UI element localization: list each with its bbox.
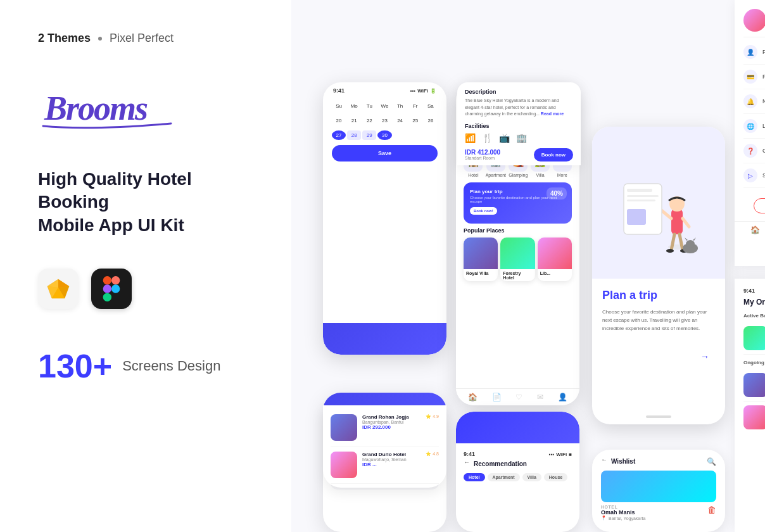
hotel2-rating: ⭐ 4.8 <box>426 452 439 478</box>
facilities-title: Facilities <box>465 123 573 129</box>
chip-hotel[interactable]: Hotel <box>464 473 485 481</box>
hotel-detail-card: Description The Blue Sky Hotel Yogyakart… <box>457 82 581 165</box>
profile-menu: 👤 Personal information 💳 Payment 🔔 Notif… <box>735 37 765 191</box>
tool-icons <box>38 269 253 309</box>
rec-header: ← Recommendation <box>464 459 572 469</box>
nav-home-icon[interactable]: 🏠 <box>468 393 477 402</box>
cal-d22: 22 <box>362 116 376 125</box>
cal-d20: 20 <box>332 116 346 125</box>
nav-search-icon[interactable]: 📄 <box>492 393 502 402</box>
chip-villa[interactable]: Villa <box>522 473 541 481</box>
phone-calendar: 9:41 ▪▪▪ WiFi 🔋 Su Mo Tu We Th Fr Sa 20 … <box>323 82 446 355</box>
phone-onboarding: Plan a trip Choose your favorite destina… <box>592 127 725 424</box>
hotel-desc-content: Description The Blue Sky Hotel Yogyakart… <box>457 82 581 165</box>
figma-tool-icon[interactable] <box>91 269 132 309</box>
dot-separator <box>98 37 102 41</box>
sketch-tool-icon[interactable] <box>38 269 79 309</box>
villa-booking-thumb <box>743 326 765 350</box>
left-panel: 2 Themes Pixel Perfect @import url("data… <box>0 0 291 532</box>
phone-recommendation: 9:41 ▪▪▪ WiFi ■ ← Recommendation Hotel A… <box>456 412 579 532</box>
help-icon: ❓ <box>743 144 757 158</box>
booking-item-villa[interactable]: HOTEL ID29101025 Rinjani Villa 📍 Sembalu… <box>743 322 765 355</box>
cal-hdr-su: Su <box>332 101 346 111</box>
themes-label: 2 Themes <box>38 32 91 45</box>
chip-house[interactable]: House <box>544 473 567 481</box>
room-type: Standart Room <box>465 156 500 160</box>
svg-point-19 <box>666 249 674 253</box>
wishlist-loc-text: Bantul, Yogyakarta <box>609 516 645 521</box>
lang-icon: 🌐 <box>743 119 757 133</box>
building-icon: 🏢 <box>516 133 527 143</box>
cat-villa-label: Villa <box>536 173 544 177</box>
book-now-btn[interactable]: Book now <box>534 148 573 162</box>
onboard-title: Plan a trip <box>602 289 715 302</box>
calendar-header: Su Mo Tu We Th Fr Sa <box>332 101 438 111</box>
battery-icon: 🔋 <box>430 88 436 94</box>
place-lib[interactable]: Lib... <box>538 238 572 281</box>
menu-help[interactable]: ❓ Get Help <box>743 139 765 163</box>
wishlist-header: ← Wishlist 🔍 <box>601 456 716 467</box>
cat-glamping-label: Glamping <box>509 173 528 177</box>
wifi-icon: WiFi <box>417 88 428 94</box>
cal-hdr-mo: Mo <box>347 101 361 111</box>
cat-more-label: More <box>557 173 567 177</box>
nav-heart-icon[interactable]: ♡ <box>515 393 522 402</box>
logo-area: @import url("data:text/css,"); Brooms <box>38 83 253 136</box>
menu-feedback[interactable]: ▷ Send us feedback <box>743 163 765 188</box>
feedback-icon: ▷ <box>743 168 757 182</box>
profile-nav-home[interactable]: 🏠 <box>750 225 760 234</box>
wishlist-hotel-name: Omah Manis <box>601 509 645 516</box>
promo-book-btn[interactable]: Book now! <box>470 207 497 215</box>
cal-hdr-th: Th <box>393 101 407 111</box>
back-arrow-icon[interactable]: ← <box>464 459 470 466</box>
onboard-sub: Choose your favorite destination and pla… <box>602 308 715 332</box>
wishlist-hotel-img <box>601 471 716 502</box>
brand-logo: @import url("data:text/css,"); Brooms <box>38 83 177 134</box>
facilities-icons: 📶 🍴 📺 🏢 <box>465 133 573 143</box>
desc-title: Description <box>465 89 573 95</box>
menu-payment[interactable]: 💳 Payment <box>743 65 765 89</box>
rec-battery: ■ <box>569 452 572 457</box>
save-button[interactable]: Save <box>332 145 438 162</box>
menu-notification[interactable]: 🔔 Notification <box>743 89 765 114</box>
svg-point-27 <box>686 240 695 248</box>
onboarding-text: Plan a trip Choose your favorite destina… <box>592 279 725 405</box>
cal-d24: 24 <box>393 116 407 125</box>
cal-d28: 28 <box>347 130 361 140</box>
signout-button[interactable]: Sign Out <box>754 198 765 213</box>
cal-hdr-we: We <box>377 101 391 111</box>
nav-profile-icon[interactable]: 👤 <box>558 393 567 402</box>
svg-rect-10 <box>103 293 111 301</box>
wishlist-hotel-info: HOTEL Omah Manis 📍 Bantul, Yogyakarta 🗑 <box>601 505 716 521</box>
menu-language[interactable]: 🌐 Language <box>743 114 765 139</box>
profile-header: Thomas Miller thomas.mil@gmail.com <box>735 0 765 37</box>
booking-item-hotel[interactable]: HOTEL Waiting for pay... Blue Sky Hotel … <box>743 369 765 401</box>
place-royal-villa[interactable]: Royal Villa <box>464 238 498 281</box>
chip-apartment[interactable]: Apartment <box>488 473 520 481</box>
feedback-label: Send us feedback <box>762 172 765 179</box>
personal-label: Personal information <box>762 49 765 55</box>
cal-d23: 23 <box>377 116 391 125</box>
hotel-item-2[interactable]: Grand Durio Hotel Maguwoharjo, Sleman ID… <box>331 446 439 484</box>
hotel1-price: IDR 292.000 <box>362 424 420 430</box>
hotel-item-1[interactable]: Grand Rohan Jogja Banguntapan, Bantul ID… <box>331 409 439 446</box>
hotel1-loc: Banguntapan, Bantul <box>362 420 420 424</box>
dot-2 <box>612 357 615 359</box>
cal-row-2: 27 28 29 30 <box>332 130 438 140</box>
place-forestry[interactable]: Forestry Hotel <box>500 238 534 281</box>
booking-item-3[interactable]: HOTEL On... <box>743 401 765 433</box>
menu-personal[interactable]: 👤 Personal information <box>743 40 765 65</box>
svg-marker-2 <box>58 279 69 288</box>
wishlist-search-icon[interactable]: 🔍 <box>707 457 716 466</box>
onboarding-illustration <box>592 127 725 279</box>
nav-msg-icon[interactable]: ✉ <box>537 393 543 402</box>
wishlist-back[interactable]: ← <box>601 456 607 463</box>
svg-rect-7 <box>103 276 111 284</box>
wishlist-delete-icon[interactable]: 🗑 <box>707 505 716 515</box>
time-1: 9:41 <box>333 87 345 94</box>
onboard-next-btn[interactable]: → <box>695 346 715 367</box>
promo-banner[interactable]: Plan your trip Choose your favorite dest… <box>464 182 572 224</box>
read-more-link[interactable]: Read more <box>541 111 564 116</box>
cat-apartment-label: Apartment <box>486 173 506 177</box>
hotel-booking-thumb <box>743 373 765 397</box>
